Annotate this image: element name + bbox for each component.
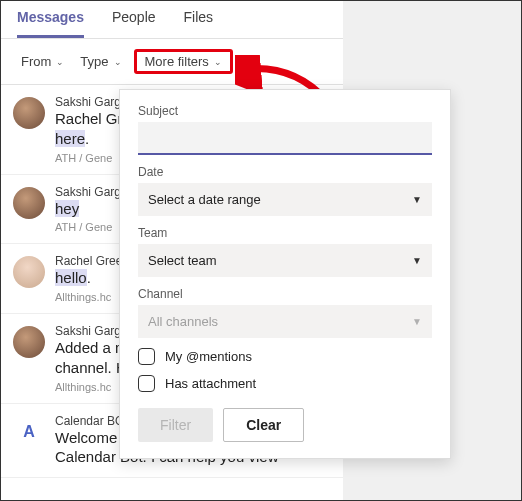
filter-more-label: More filters xyxy=(145,54,209,69)
subject-label: Subject xyxy=(138,104,432,118)
filter-from-label: From xyxy=(21,54,51,69)
filter-more[interactable]: More filters ⌄ xyxy=(134,49,233,74)
filter-type[interactable]: Type ⌄ xyxy=(76,52,125,71)
attachment-checkbox[interactable] xyxy=(138,375,155,392)
caret-down-icon: ▼ xyxy=(412,255,422,266)
tab-people[interactable]: People xyxy=(112,9,156,38)
result-tabs: Messages People Files xyxy=(1,1,343,39)
mentions-label: My @mentions xyxy=(165,349,252,364)
chevron-down-icon: ⌄ xyxy=(214,57,222,67)
filter-type-label: Type xyxy=(80,54,108,69)
message-location: ATH / Gene xyxy=(55,221,121,233)
message-snippet: hello. xyxy=(55,269,122,288)
tab-files[interactable]: Files xyxy=(184,9,214,38)
team-select-value: Select team xyxy=(148,253,217,268)
message-body: Sakshi Garg Added a n channel. H Allthin… xyxy=(55,324,127,393)
team-label: Team xyxy=(138,226,432,240)
message-snippet: channel. H xyxy=(55,359,127,378)
mentions-checkbox[interactable] xyxy=(138,348,155,365)
caret-down-icon: ▼ xyxy=(412,194,422,205)
sender-name: Rachel Gree xyxy=(55,254,122,268)
sender-name: Sakshi Garg xyxy=(55,185,121,199)
filter-from[interactable]: From ⌄ xyxy=(17,52,68,71)
team-select[interactable]: Select team ▼ xyxy=(138,244,432,277)
date-select[interactable]: Select a date range ▼ xyxy=(138,183,432,216)
message-body: Sakshi Garg hey ATH / Gene xyxy=(55,185,121,234)
popover-buttons: Filter Clear xyxy=(138,408,432,442)
avatar: A xyxy=(13,416,45,448)
filter-button: Filter xyxy=(138,408,213,442)
chevron-down-icon: ⌄ xyxy=(56,57,64,67)
caret-down-icon: ▼ xyxy=(412,316,422,327)
message-location: Allthings.hc xyxy=(55,381,127,393)
channel-select: All channels ▼ xyxy=(138,305,432,338)
mentions-row: My @mentions xyxy=(138,348,432,365)
avatar xyxy=(13,326,45,358)
message-location: Allthings.hc xyxy=(55,291,122,303)
message-snippet: hey xyxy=(55,200,121,219)
tab-messages[interactable]: Messages xyxy=(17,9,84,38)
more-filters-popover: Subject Date Select a date range ▼ Team … xyxy=(119,89,451,459)
attachment-label: Has attachment xyxy=(165,376,256,391)
message-snippet: Added a n xyxy=(55,339,127,358)
sender-name: Sakshi Garg xyxy=(55,324,127,338)
avatar xyxy=(13,256,45,288)
avatar xyxy=(13,97,45,129)
channel-label: Channel xyxy=(138,287,432,301)
chevron-down-icon: ⌄ xyxy=(114,57,122,67)
message-body: Rachel Gree hello. Allthings.hc xyxy=(55,254,122,303)
channel-select-value: All channels xyxy=(148,314,218,329)
avatar xyxy=(13,187,45,219)
date-label: Date xyxy=(138,165,432,179)
date-select-value: Select a date range xyxy=(148,192,261,207)
filter-bar: From ⌄ Type ⌄ More filters ⌄ xyxy=(1,39,343,85)
subject-input[interactable] xyxy=(138,122,432,155)
attachment-row: Has attachment xyxy=(138,375,432,392)
clear-button[interactable]: Clear xyxy=(223,408,304,442)
